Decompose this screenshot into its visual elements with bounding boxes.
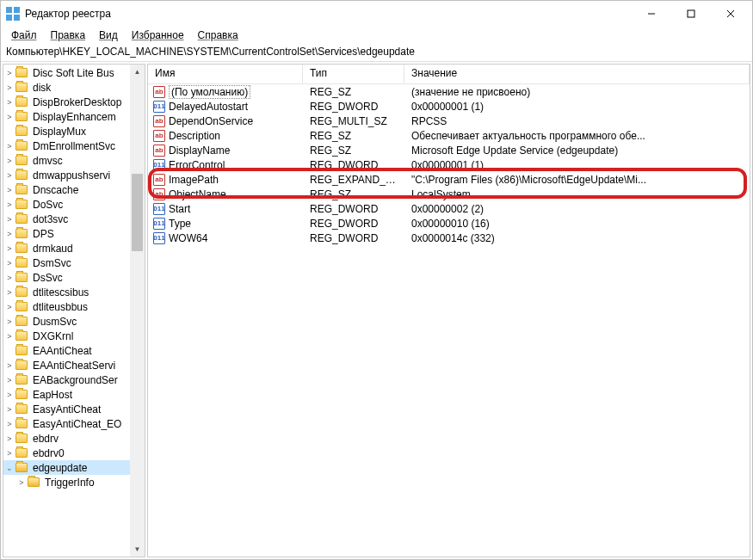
tree-node-dmvsc[interactable]: >dmvsc <box>3 153 130 168</box>
tree-node-dot3svc[interactable]: >dot3svc <box>3 212 130 226</box>
tree-label: Disc Soft Lite Bus <box>31 67 116 79</box>
tree-scrollbar[interactable]: ▲ ▼ <box>130 65 145 557</box>
expander-icon[interactable]: > <box>5 274 14 282</box>
expander-icon[interactable]: > <box>5 186 14 194</box>
tree-node-ebdrv[interactable]: >ebdrv <box>3 431 130 446</box>
list-pane[interactable]: Имя Тип Значение ab(По умолчанию)REG_SZ(… <box>147 64 750 557</box>
tree-node-eabackgroundser[interactable]: >EABackgroundSer <box>3 372 130 387</box>
expander-icon[interactable]: > <box>5 361 14 370</box>
tree-node-disk[interactable]: >disk <box>3 80 130 95</box>
tree-node-easyanticheateo[interactable]: >EasyAntiCheat_EO <box>3 416 130 431</box>
expander-icon[interactable]: > <box>5 215 14 224</box>
tree-node-dssvc[interactable]: >DsSvc <box>3 270 130 285</box>
tree-node-eaanticheatservi[interactable]: >EAAntiCheatServi <box>3 358 130 372</box>
folder-icon <box>15 68 28 77</box>
tree-node-dmwappushservi[interactable]: >dmwappushservi <box>3 168 130 182</box>
tree-node-dtliteusbbus[interactable]: >dtliteusbbus <box>3 299 130 314</box>
tree-node-edgeupdate[interactable]: ⌄edgeupdate <box>3 460 130 475</box>
expander-icon[interactable]: > <box>5 391 14 399</box>
registry-value-row[interactable]: 011DelayedAutostartREG_DWORD0x00000001 (… <box>148 99 750 114</box>
menu-view[interactable]: Вид <box>94 28 123 43</box>
expander-icon[interactable]: > <box>5 230 14 238</box>
expander-icon[interactable]: > <box>5 259 14 268</box>
expander-icon[interactable]: > <box>5 434 14 443</box>
tree-node-displaymux[interactable]: DisplayMux <box>3 124 130 138</box>
tree-label: dot3svc <box>31 213 70 225</box>
column-type[interactable]: Тип <box>303 65 404 83</box>
expander-icon[interactable]: > <box>5 449 14 458</box>
menu-help[interactable]: Справка <box>193 28 244 43</box>
window-title: Редактор реестра <box>25 8 632 20</box>
expander-icon[interactable]: > <box>5 157 14 165</box>
folder-icon <box>15 448 28 458</box>
value-name: DelayedAutostart <box>169 101 248 113</box>
folder-icon <box>15 375 28 385</box>
registry-value-row[interactable]: abObjectNameREG_SZLocalSystem <box>148 187 750 201</box>
tree-node-dsmsvc[interactable]: >DsmSvc <box>3 255 130 270</box>
column-value[interactable]: Значение <box>404 65 750 83</box>
registry-value-row[interactable]: abDescriptionREG_SZОбеспечивает актуальн… <box>148 128 750 143</box>
menu-edit[interactable]: Правка <box>46 28 91 43</box>
tree-node-dosvc[interactable]: >DoSvc <box>3 197 130 212</box>
tree-node-dxgkrnl[interactable]: >DXGKrnl <box>3 329 130 343</box>
tree-node-triggerinfo[interactable]: >TriggerInfo <box>3 475 130 489</box>
tree-label: DsSvc <box>31 272 65 284</box>
expander-icon[interactable]: > <box>5 332 14 341</box>
expander-icon[interactable]: > <box>5 288 14 297</box>
registry-value-row[interactable]: 011WOW64REG_DWORD0x0000014c (332) <box>148 231 750 245</box>
tree-label: EABackgroundSer <box>31 374 120 386</box>
expander-icon[interactable]: > <box>5 69 14 77</box>
expander-icon[interactable]: > <box>5 171 14 180</box>
menu-file[interactable]: Файл <box>6 28 42 43</box>
scroll-thumb[interactable] <box>132 174 143 251</box>
expander-icon[interactable]: > <box>5 113 14 121</box>
expander-icon[interactable]: > <box>5 317 14 326</box>
folder-icon <box>15 214 28 224</box>
expander-icon[interactable]: > <box>5 98 14 107</box>
tree-node-dispbrokerdesktop[interactable]: >DispBrokerDesktop <box>3 95 130 109</box>
tree-node-dmenrollmentsvc[interactable]: >DmEnrollmentSvc <box>3 138 130 153</box>
close-button[interactable] <box>711 1 750 27</box>
expander-icon[interactable]: > <box>5 376 14 385</box>
tree-node-drmkaud[interactable]: >drmkaud <box>3 241 130 255</box>
expander-icon[interactable]: > <box>5 244 14 253</box>
tree-node-dps[interactable]: >DPS <box>3 226 130 241</box>
value-data: 0x0000014c (332) <box>404 232 750 244</box>
expander-icon[interactable]: > <box>17 478 26 487</box>
maximize-button[interactable] <box>671 1 711 27</box>
column-name[interactable]: Имя <box>148 65 303 83</box>
value-name: Type <box>169 218 191 230</box>
tree-node-discsoftlitebus[interactable]: >Disc Soft Lite Bus <box>3 65 130 80</box>
address-bar[interactable]: Компьютер\HKEY_LOCAL_MACHINE\SYSTEM\Curr… <box>1 44 752 61</box>
registry-value-row[interactable]: 011ErrorControlREG_DWORD0x00000001 (1) <box>148 157 750 172</box>
expander-icon[interactable]: > <box>5 420 14 428</box>
tree-node-easyanticheat[interactable]: >EasyAntiCheat <box>3 402 130 416</box>
tree-node-displayenhancem[interactable]: >DisplayEnhancem <box>3 109 130 124</box>
expander-icon[interactable]: ⌄ <box>5 464 14 472</box>
folder-icon <box>15 83 28 92</box>
expander-icon[interactable]: > <box>5 200 14 209</box>
registry-value-row[interactable]: 011StartREG_DWORD0x00000002 (2) <box>148 201 750 216</box>
tree-node-dusmsvc[interactable]: >DusmSvc <box>3 314 130 329</box>
scroll-down-icon[interactable]: ▼ <box>130 542 145 557</box>
tree-label: DisplayEnhancem <box>31 111 118 123</box>
registry-value-row[interactable]: abDependOnServiceREG_MULTI_SZRPCSS <box>148 114 750 128</box>
minimize-button[interactable] <box>632 1 671 27</box>
expander-icon[interactable]: > <box>5 83 14 92</box>
scroll-up-icon[interactable]: ▲ <box>130 65 145 79</box>
tree-node-ebdrv0[interactable]: >ebdrv0 <box>3 446 130 460</box>
tree-pane[interactable]: >Disc Soft Lite Bus>disk>DispBrokerDeskt… <box>3 64 145 557</box>
registry-value-row[interactable]: abDisplayNameREG_SZMicrosoft Edge Update… <box>148 143 750 157</box>
expander-icon[interactable]: > <box>5 142 14 151</box>
registry-value-row[interactable]: abImagePathREG_EXPAND_SZ"C:\Program File… <box>148 172 750 187</box>
expander-icon[interactable]: > <box>5 405 14 414</box>
registry-value-row[interactable]: 011TypeREG_DWORD0x00000010 (16) <box>148 216 750 231</box>
registry-value-row[interactable]: ab(По умолчанию)REG_SZ(значение не присв… <box>148 84 750 99</box>
menu-favorites[interactable]: Избранное <box>127 28 189 43</box>
expander-icon[interactable]: > <box>5 303 14 311</box>
tree-node-dtlitescsibus[interactable]: >dtlitescsibus <box>3 285 130 299</box>
tree-node-eaanticheat[interactable]: EAAntiCheat <box>3 343 130 358</box>
tree-node-dnscache[interactable]: >Dnscache <box>3 182 130 197</box>
tree-node-eaphost[interactable]: >EapHost <box>3 387 130 402</box>
folder-icon <box>15 360 28 370</box>
